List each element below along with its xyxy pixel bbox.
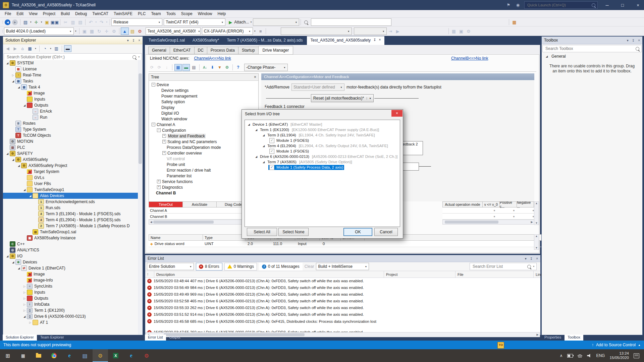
- volume-icon[interactable]: [587, 354, 591, 358]
- tree-item-outputs[interactable]: ▷Outputs: [3, 295, 138, 301]
- tree-item-tasks[interactable]: ◢▤Tasks: [3, 78, 138, 84]
- expand-icon[interactable]: ◢: [254, 155, 259, 158]
- pin-icon[interactable]: ↧: [132, 39, 135, 42]
- error-search[interactable]: ▾: [470, 263, 537, 270]
- expand-box-icon[interactable]: +: [157, 180, 161, 183]
- tc-icon-4[interactable]: ✛: [103, 28, 110, 35]
- column-timeout[interactable]: TimeOut: [149, 201, 183, 207]
- copy-icon[interactable]: ▥: [69, 19, 76, 25]
- menu-twinsafe[interactable]: TwinSAFE: [111, 10, 135, 17]
- activate-configuration-icon[interactable]: ▲: [121, 27, 129, 35]
- expand-icon[interactable]: ▷: [11, 74, 15, 77]
- edge-icon[interactable]: e: [62, 349, 77, 362]
- undo-icon[interactable]: ↶: [87, 19, 94, 25]
- el-close-icon[interactable]: ×: [536, 257, 538, 260]
- expand-box-icon[interactable]: +: [157, 185, 161, 189]
- action-center-icon[interactable]: [634, 353, 639, 358]
- build-version-select[interactable]: Build 4024.0 (Loaded)▼: [4, 27, 74, 35]
- menu-team[interactable]: Team: [148, 10, 163, 17]
- error-row[interactable]: ×15/05/2020 03:55:33 262 ms | Drive 6 (A…: [145, 305, 540, 311]
- navigate-forward-icon[interactable]: ▶: [11, 19, 19, 25]
- file-explorer-icon[interactable]: [31, 349, 46, 362]
- var-column-name[interactable]: Name: [149, 234, 203, 241]
- excel-icon[interactable]: X: [108, 349, 123, 362]
- error-row[interactable]: ×15/05/2020 03:56:49 984 ms | Drive 6 (A…: [145, 285, 540, 291]
- tc-icon-2[interactable]: ▦: [88, 28, 96, 35]
- properties-icon[interactable]: ▥: [53, 46, 60, 52]
- wifi-icon[interactable]: [578, 354, 582, 358]
- expand-icon[interactable]: ◢: [5, 255, 10, 258]
- expand-icon[interactable]: ◢: [5, 62, 10, 65]
- subtab-ethercat[interactable]: EtherCAT: [170, 47, 194, 54]
- tree-item-at-1[interactable]: ▷AT 1: [3, 319, 138, 325]
- scope-select[interactable]: ▼: [281, 27, 352, 35]
- error-row[interactable]: ×15/05/2020 03:52:58 465 ms | Drive 6 (A…: [145, 298, 540, 305]
- dialog-tree-item-drive-6-ax5206-0000-0213-[interactable]: ◢Drive 6 (AX5206-0000-0213)[AX5206-0000-…: [245, 154, 400, 159]
- tree-item-twinsafegroup1-sal[interactable]: ▦TwinSafeGroup1.sal: [3, 229, 138, 235]
- document-tab-twinsafegroup1-sal[interactable]: TwinSafeGroup1.sal: [145, 36, 189, 45]
- select-none-button[interactable]: Select None: [278, 228, 309, 236]
- menu-file[interactable]: File: [2, 10, 14, 17]
- ie-icon[interactable]: e: [123, 349, 139, 362]
- toggle-icon[interactable]: ▣: [458, 28, 465, 35]
- minimize-button[interactable]: ─: [601, 0, 613, 10]
- tc-icon-3[interactable]: ↻: [96, 28, 103, 35]
- menu-help[interactable]: Help: [215, 10, 228, 17]
- dm-download-icon[interactable]: ↓: [163, 64, 170, 71]
- error-hscrollbar[interactable]: ◀▶: [146, 332, 540, 337]
- tree-item-drive-6-ax5206-0000-0213-[interactable]: ◢▯Drive 6 (AX5206-0000-0213): [3, 313, 138, 319]
- hidden-icons-chevron[interactable]: ∧: [560, 353, 563, 358]
- error-scope-select[interactable]: Entire Solution▼: [147, 263, 194, 270]
- tcxaeshell-icon[interactable]: ⚙: [93, 349, 108, 362]
- scope-select2[interactable]: ▼: [354, 27, 387, 35]
- target-list-icon[interactable]: ≡: [257, 28, 264, 35]
- tree-item-i-o[interactable]: ◢⚙I/O: [3, 253, 138, 259]
- tree-item-user-fbs[interactable]: User FBs: [3, 181, 138, 187]
- dialog-tree-item-term-4-el2904-[interactable]: ◢Term 4 (EL2904)[EL2904, 4 Ch. Safety Ou…: [245, 143, 400, 148]
- find-input[interactable]: [311, 18, 391, 26]
- ok-button[interactable]: OK: [343, 228, 372, 236]
- tree-item-outputs[interactable]: ◢Outputs: [3, 102, 138, 108]
- menu-view[interactable]: View: [26, 10, 40, 17]
- error-row[interactable]: ×15/05/2020 03:48:44 407 ms | Drive 6 (A…: [145, 278, 540, 285]
- menu-project[interactable]: Project: [40, 10, 58, 17]
- document-tab-term-7-ax5805-m-ss-data-2-axis-sds[interactable]: Term 7 (AX5805) - M...ss Data, 2 axis).s…: [223, 36, 306, 45]
- tree-item-safety[interactable]: ◢⚙SAFETY: [3, 150, 138, 157]
- column-positive-c-[interactable]: Positive c...: [500, 201, 517, 207]
- dm-reload-icon[interactable]: ⟳: [156, 64, 163, 71]
- menu-debug[interactable]: Debug: [72, 10, 90, 17]
- add-item-icon[interactable]: ✛: [33, 19, 40, 25]
- menu-twincat[interactable]: TwinCAT: [90, 10, 111, 17]
- menu-tools[interactable]: Tools: [164, 10, 178, 17]
- error-row[interactable]: ×15/05/2020 03:51:52 914 ms | Drive 6 (A…: [145, 311, 540, 318]
- expand-icon[interactable]: ◢: [16, 164, 21, 167]
- dialog-tree-item-module-1-fsoes-[interactable]: ✓Module 1 (FSOES): [245, 138, 400, 143]
- toolbox-section-general[interactable]: ◢ General: [542, 53, 642, 60]
- axis-right-hscrollbar[interactable]: ▶: [442, 220, 534, 225]
- target-system-select[interactable]: CX-1FAAFA (ERROR)▼: [202, 27, 253, 35]
- expand-icon[interactable]: ◢: [261, 144, 266, 147]
- expand-icon[interactable]: ◢: [22, 315, 27, 318]
- dialog-tree-item-module-1-fsoes-[interactable]: ✓Module 1 (FSOES): [245, 148, 400, 154]
- error-search-dropdown[interactable]: ▾: [533, 265, 534, 268]
- column-axisstate[interactable]: AxisState: [183, 201, 217, 207]
- tree-item-type-system[interactable]: TType System: [3, 126, 138, 132]
- tree-item-license[interactable]: ▤License: [3, 66, 138, 72]
- expand-box-icon[interactable]: −: [152, 83, 155, 86]
- navigate-back-icon[interactable]: ◀: [4, 19, 11, 25]
- pending-changes-icon[interactable]: ◔: [42, 46, 48, 52]
- menu-window[interactable]: Window: [195, 10, 215, 17]
- cut-icon[interactable]: ✂: [62, 19, 69, 25]
- se-back-icon[interactable]: ◀: [4, 46, 11, 52]
- find-icon[interactable]: [302, 19, 310, 25]
- tree-item-routes[interactable]: ≣Routes: [3, 120, 138, 126]
- tc-icon-1[interactable]: ▣: [81, 28, 88, 35]
- tree-item-task-4[interactable]: ◢▤Task 4: [3, 84, 138, 90]
- dialog-tree-item-module-1-safety-process-data-2-axis-[interactable]: ✓Module 1 (Safety Process Data, 2 axis): [245, 165, 400, 170]
- expand-box-icon[interactable]: −: [157, 128, 161, 132]
- document-tab-test-ax5206-and-ax5805safety[interactable]: Test_AX5206_and_AX5805safety↧×: [307, 36, 385, 45]
- error-search-input[interactable]: [472, 264, 525, 269]
- attach-dropdown[interactable]: ▾: [249, 19, 253, 25]
- new-file-icon[interactable]: ▤: [22, 19, 29, 25]
- tree-item-system[interactable]: ◢⚙SYSTEM: [3, 60, 138, 66]
